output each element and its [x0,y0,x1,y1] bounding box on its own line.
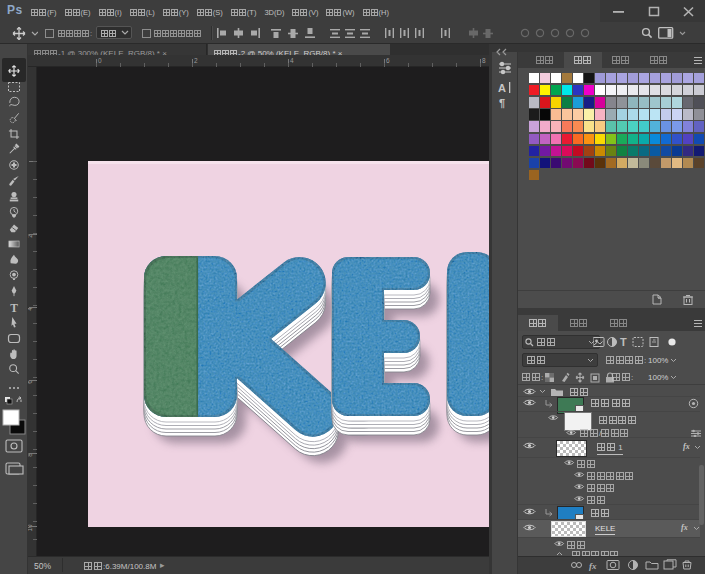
svg-text:T: T [10,302,18,314]
svg-text:4: 4 [290,57,294,64]
svg-text:A: A [498,82,506,94]
svg-text:2: 2 [194,57,198,64]
svg-text:¶: ¶ [499,97,505,109]
svg-text:6: 6 [386,57,390,64]
svg-text:8: 8 [482,57,486,64]
svg-text:T: T [620,336,627,348]
svg-text:10: 10 [28,524,33,532]
svg-text:fx: fx [589,561,597,571]
svg-text:0: 0 [98,57,102,64]
